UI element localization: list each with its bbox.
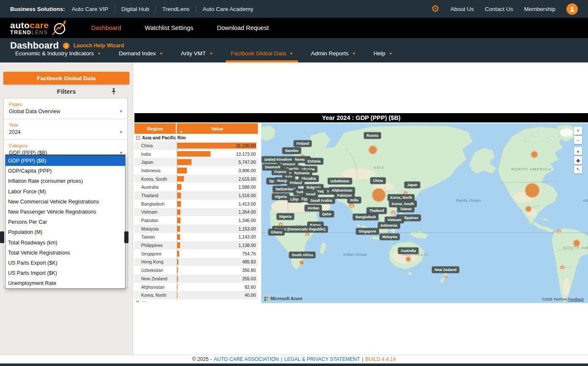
map-control-compass[interactable]: ◆	[574, 156, 582, 164]
top-link-about-us[interactable]: About Us	[450, 6, 474, 12]
group-row[interactable]: Asia and Pacific Rim	[134, 134, 258, 141]
table-row-malaysia[interactable]: Malaysia1,153.00	[134, 225, 258, 233]
top-link-digital-hub[interactable]: Digital Hub	[121, 6, 149, 12]
top-link-trendlens[interactable]: TrendLens	[162, 6, 189, 12]
table-row-vietnam[interactable]: Vietnam1,354.00	[134, 208, 258, 217]
map-cluster-bubble[interactable]	[445, 276, 448, 279]
table-row-hong-kong[interactable]: Hong Kong485.83	[134, 258, 258, 266]
map-control-map-style[interactable]: ▲	[574, 147, 582, 155]
panel-collapse-handle-right[interactable]	[124, 231, 129, 243]
app-bar: autocare TRENDLENS DashboardWatchlist Se…	[0, 18, 588, 38]
gear-icon[interactable]: ⚙	[431, 4, 440, 14]
filter-pages[interactable]: PagesGlobal Data Overview▼	[4, 98, 127, 119]
value-text: 40.00	[245, 293, 256, 298]
report-tab-demand-index[interactable]: Demand Index▼	[114, 48, 168, 62]
table-row-taiwan[interactable]: Taiwan1,143.00	[134, 233, 258, 241]
map-cluster-bubble[interactable]: 3	[391, 210, 396, 215]
column-header-region[interactable]: Region	[134, 123, 176, 134]
category-option-total-vehicle-registrations[interactable]: Total Vehicle Registrations	[5, 248, 125, 258]
map-copyright: ©2025 TomTom Feedback	[542, 297, 584, 301]
page-header: Dashboard Launch Help Wizard Economic & …	[0, 38, 588, 62]
report-tab-arity-vmt[interactable]: Arity VMT▼	[176, 48, 218, 62]
map-cluster-bubble[interactable]: 3	[556, 229, 561, 234]
map-control-zoom-out[interactable]: −	[574, 136, 582, 144]
value-text: 255.03	[242, 276, 256, 281]
table-row-korea-north[interactable]: Korea, North40.00	[134, 291, 258, 299]
map-cluster-bubble[interactable]	[525, 206, 532, 212]
sort-chevron-icon[interactable]: ▼	[180, 130, 183, 134]
top-link-auto-care-vip[interactable]: Auto Care VIP	[72, 6, 108, 12]
table-row-afghanistan[interactable]: Afghanistan82.60	[134, 283, 258, 291]
table-row-bangladesh[interactable]: Bangladesh1,413.00	[134, 200, 258, 208]
table-row-philippines[interactable]: Philippines1,138.00	[134, 241, 258, 249]
category-option-population-m[interactable]: Population (M)	[5, 227, 125, 237]
region-cell: Vietnam	[134, 209, 176, 214]
table-row-australia[interactable]: Australia1,588.00	[134, 183, 258, 191]
value-text: 1,143.00	[238, 234, 256, 239]
table-row-singapore[interactable]: Singapore754.76	[134, 249, 258, 258]
table-row-uzbekistan[interactable]: Uzbekistan356.80	[134, 266, 258, 274]
map-cluster-bubble[interactable]	[525, 183, 540, 198]
map-control-pitch[interactable]: ↖	[574, 165, 582, 174]
app-nav-dashboard[interactable]: Dashboard	[79, 24, 133, 31]
table-row-indonesia[interactable]: Indonesia3,906.00	[134, 166, 258, 175]
tab-label: Help	[374, 50, 386, 57]
category-option-gdp-ppp-b[interactable]: GDP (PPP) ($B)	[5, 156, 125, 166]
top-link-membership[interactable]: Membership	[524, 6, 555, 12]
category-option-us-parts-import-k[interactable]: US Parts Import ($K)	[5, 268, 125, 278]
map-cluster-bubble[interactable]	[299, 260, 304, 265]
report-tab-admin-reports[interactable]: Admin Reports▼	[306, 48, 361, 62]
feedback-link[interactable]: Feedback	[568, 297, 584, 301]
legal-privacy-link[interactable]: LEGAL & PRIVACY STATEMENT	[284, 356, 360, 362]
map-cluster-bubble[interactable]	[531, 151, 538, 158]
category-option-unemployment-rate[interactable]: Unemployment Rate	[5, 278, 125, 288]
category-option-persons-per-car[interactable]: Persons Per Car	[5, 217, 125, 227]
factbook-global-data-button[interactable]: Factbook Global Data	[3, 72, 129, 84]
map-cluster-bubble[interactable]: 4	[349, 203, 355, 209]
map-control-zoom-in[interactable]: +	[574, 127, 582, 135]
panel-collapse-handle-left[interactable]	[0, 231, 4, 243]
filters-title: Filters	[0, 88, 133, 95]
app-nav-watchlist-settings[interactable]: Watchlist Settings	[133, 24, 205, 31]
map-cluster-bubble[interactable]	[368, 145, 377, 155]
category-option-total-roadways-km[interactable]: Total Roadways (km)	[5, 238, 125, 248]
map-cluster-bubble[interactable]	[405, 256, 411, 262]
table-row-korea-south[interactable]: Korea, South2,615.00	[134, 175, 258, 183]
map-cluster-bubble[interactable]	[372, 188, 386, 202]
map-cluster-bubble[interactable]: 2	[560, 265, 565, 270]
filter-year[interactable]: Year2024▼	[4, 119, 127, 140]
auto-care-association-link[interactable]: AUTO CARE ASSOCIATION	[214, 356, 279, 362]
map-cluster-bubble[interactable]: 2	[305, 232, 310, 237]
autocare-trendlens-logo[interactable]: autocare TRENDLENS	[10, 19, 68, 37]
top-link-contact-us[interactable]: Contact Us	[485, 6, 513, 12]
table-row-china[interactable]: China31,230.00	[134, 141, 258, 150]
footer-separator: |	[281, 356, 282, 362]
category-option-new-commercial-vehicle-registrations[interactable]: New Commercial Vehicle Registrations	[5, 197, 125, 207]
top-link-auto-care-academy[interactable]: Auto Care Academy	[202, 6, 253, 12]
table-row-thailand[interactable]: Thailand1,516.00	[134, 191, 258, 200]
world-map-visual[interactable]: 220224332232ASIAAFRICANORTH AMERICAAUSTR…	[261, 123, 588, 303]
category-option-gdp-capita-ppp[interactable]: GDP/Capita (PPP)	[5, 166, 125, 176]
divider	[115, 5, 115, 13]
table-row-pakistan[interactable]: Pakistan1,346.00	[134, 216, 258, 225]
map-cluster-bubble[interactable]	[573, 239, 580, 247]
table-row-india[interactable]: India13,173.00	[134, 150, 258, 158]
report-tab-economic-industry-indicators[interactable]: Economic & Industry Indicators▼	[10, 48, 106, 62]
column-header-value[interactable]: Value ▼	[177, 123, 258, 134]
table-row-new-zealand[interactable]: New Zealand255.03	[134, 274, 258, 283]
chevron-down-icon: ▼	[97, 52, 101, 56]
report-tab-help[interactable]: Help▼	[369, 48, 398, 62]
category-option-us-parts-export-k[interactable]: US Parts Export ($K)	[5, 258, 125, 268]
map-country-label-algeria: Algeria	[272, 194, 290, 200]
world-map[interactable]	[261, 123, 588, 303]
avatar[interactable]	[566, 3, 578, 15]
category-option-new-passenger-vehicle-registrations[interactable]: New Passenger Vehicle Registrations	[5, 207, 125, 217]
collapse-icon[interactable]	[136, 136, 140, 140]
tab-label: Admin Reports	[311, 50, 348, 57]
app-nav-download-request[interactable]: Download Request	[205, 24, 281, 31]
pin-icon[interactable]	[111, 88, 117, 96]
report-tab-factbook-global-data[interactable]: Factbook Global Data▼	[226, 48, 298, 62]
category-option-labor-force-m[interactable]: Labor Force (M)	[5, 187, 125, 197]
table-row-japan[interactable]: Japan5,747.00	[134, 158, 258, 166]
category-option-inflation-rate-consumer-prices[interactable]: Inflation Rate (consumer prices)	[5, 176, 125, 186]
